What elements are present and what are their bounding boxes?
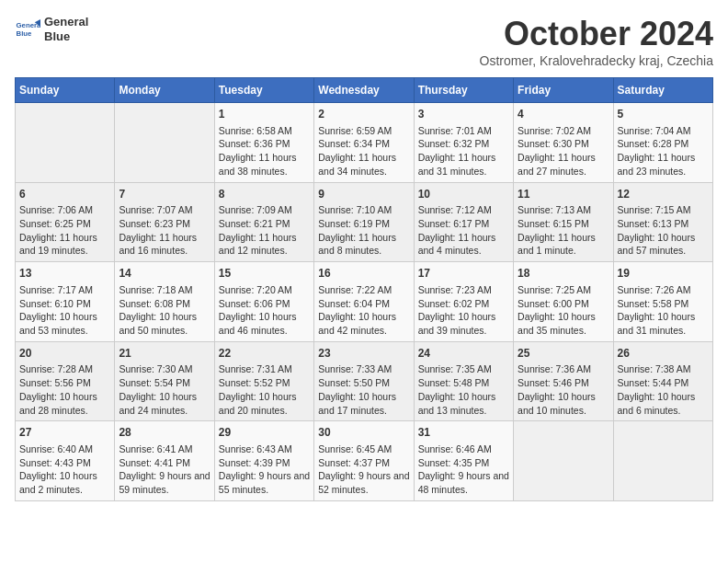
day-info-line: Daylight: 11 hours and 31 minutes. (418, 151, 509, 178)
day-info-line: Sunset: 4:41 PM (119, 456, 210, 470)
day-info-line: Sunset: 4:43 PM (19, 456, 110, 470)
day-number: 14 (119, 266, 210, 282)
day-cell: 6Sunrise: 7:06 AMSunset: 6:25 PMDaylight… (16, 182, 115, 262)
day-info-line: Sunrise: 7:30 AM (119, 362, 210, 376)
day-info-line: Daylight: 10 hours and 20 minutes. (219, 390, 310, 417)
calendar-header: SundayMondayTuesdayWednesdayThursdayFrid… (16, 78, 713, 103)
day-number: 6 (19, 187, 110, 202)
day-cell: 20Sunrise: 7:28 AMSunset: 5:56 PMDayligh… (16, 341, 115, 421)
day-info-line: Sunrise: 6:58 AM (219, 124, 310, 138)
day-cell (16, 103, 115, 183)
day-info-line: Sunset: 6:36 PM (219, 137, 310, 151)
day-cell: 8Sunrise: 7:09 AMSunset: 6:21 PMDaylight… (214, 182, 313, 262)
day-cell: 24Sunrise: 7:35 AMSunset: 5:48 PMDayligh… (414, 341, 513, 421)
day-info-line: Sunset: 6:13 PM (618, 217, 709, 231)
day-info-line: Sunset: 6:30 PM (518, 137, 609, 151)
day-info-line: Sunset: 5:48 PM (418, 376, 509, 390)
day-info-line: Sunset: 6:21 PM (219, 217, 310, 231)
day-cell (115, 103, 214, 183)
day-info-line: Sunrise: 7:20 AM (219, 283, 310, 297)
day-cell (514, 421, 613, 501)
header-cell-friday: Friday (514, 78, 613, 103)
day-info-line: Sunset: 5:50 PM (318, 376, 409, 390)
day-info-line: Sunrise: 7:04 AM (618, 124, 709, 138)
day-cell: 4Sunrise: 7:02 AMSunset: 6:30 PMDaylight… (514, 103, 613, 183)
day-cell: 31Sunrise: 6:46 AMSunset: 4:35 PMDayligh… (414, 421, 513, 501)
day-info-line: Daylight: 10 hours and 31 minutes. (618, 310, 709, 337)
title-block: October 2024 Ostromer, Kralovehradecky k… (480, 15, 713, 68)
week-row-5: 27Sunrise: 6:40 AMSunset: 4:43 PMDayligh… (16, 421, 713, 501)
day-cell (613, 421, 712, 501)
day-number: 29 (219, 425, 310, 441)
day-cell: 2Sunrise: 6:59 AMSunset: 6:34 PMDaylight… (314, 103, 414, 183)
day-info-line: Daylight: 11 hours and 34 minutes. (318, 151, 409, 178)
day-number: 31 (418, 425, 509, 441)
day-cell: 11Sunrise: 7:13 AMSunset: 6:15 PMDayligh… (514, 182, 613, 262)
day-cell: 26Sunrise: 7:38 AMSunset: 5:44 PMDayligh… (613, 341, 712, 421)
day-info-line: Daylight: 11 hours and 27 minutes. (518, 151, 609, 178)
day-info-line: Sunset: 6:19 PM (318, 217, 409, 231)
day-number: 30 (318, 425, 409, 441)
day-number: 16 (318, 266, 409, 282)
day-info-line: Sunrise: 7:07 AM (119, 203, 210, 217)
day-info-line: Daylight: 10 hours and 46 minutes. (219, 310, 310, 337)
day-info-line: Sunrise: 6:46 AM (418, 442, 509, 456)
day-info-line: Sunset: 4:39 PM (219, 456, 310, 470)
day-info-line: Sunset: 5:46 PM (518, 376, 609, 390)
day-number: 23 (318, 346, 409, 362)
day-cell: 14Sunrise: 7:18 AMSunset: 6:08 PMDayligh… (115, 262, 214, 342)
day-info-line: Sunset: 6:17 PM (418, 217, 509, 231)
week-row-3: 13Sunrise: 7:17 AMSunset: 6:10 PMDayligh… (16, 262, 713, 342)
header-cell-tuesday: Tuesday (214, 78, 313, 103)
day-cell: 7Sunrise: 7:07 AMSunset: 6:23 PMDaylight… (115, 182, 214, 262)
day-info-line: Daylight: 11 hours and 16 minutes. (119, 231, 210, 258)
day-number: 27 (19, 425, 110, 441)
day-info-line: Daylight: 10 hours and 39 minutes. (418, 310, 509, 337)
day-info-line: Sunset: 4:35 PM (418, 456, 509, 470)
day-number: 8 (219, 187, 310, 202)
day-number: 2 (318, 107, 409, 122)
day-info-line: Daylight: 10 hours and 28 minutes. (19, 390, 110, 417)
day-number: 1 (219, 107, 310, 122)
day-number: 13 (19, 266, 110, 282)
day-info-line: Sunset: 5:44 PM (618, 376, 709, 390)
day-info-line: Daylight: 10 hours and 35 minutes. (518, 310, 609, 337)
day-cell: 27Sunrise: 6:40 AMSunset: 4:43 PMDayligh… (16, 421, 115, 501)
day-info-line: Daylight: 11 hours and 4 minutes. (418, 231, 509, 258)
day-info-line: Sunrise: 6:41 AM (119, 442, 210, 456)
day-cell: 3Sunrise: 7:01 AMSunset: 6:32 PMDaylight… (414, 103, 513, 183)
day-cell: 25Sunrise: 7:36 AMSunset: 5:46 PMDayligh… (514, 341, 613, 421)
day-info-line: Sunrise: 7:31 AM (219, 362, 310, 376)
day-info-line: Sunrise: 7:12 AM (418, 203, 509, 217)
day-info-line: Sunrise: 7:23 AM (418, 283, 509, 297)
day-info-line: Daylight: 11 hours and 38 minutes. (219, 151, 310, 178)
day-number: 5 (618, 107, 709, 122)
day-info-line: Daylight: 11 hours and 8 minutes. (318, 231, 409, 258)
day-info-line: Sunrise: 7:36 AM (518, 362, 609, 376)
header-cell-monday: Monday (115, 78, 214, 103)
day-number: 15 (219, 266, 310, 282)
day-number: 9 (318, 187, 409, 202)
day-cell: 18Sunrise: 7:25 AMSunset: 6:00 PMDayligh… (514, 262, 613, 342)
day-number: 18 (518, 266, 609, 282)
day-info-line: Daylight: 10 hours and 42 minutes. (318, 310, 409, 337)
day-number: 4 (518, 107, 609, 122)
day-number: 7 (119, 187, 210, 202)
day-info-line: Sunrise: 6:59 AM (318, 124, 409, 138)
day-info-line: Sunset: 5:56 PM (19, 376, 110, 390)
day-number: 28 (119, 425, 210, 441)
day-info-line: Daylight: 10 hours and 17 minutes. (318, 390, 409, 417)
day-info-line: Daylight: 10 hours and 24 minutes. (119, 390, 210, 417)
day-number: 26 (618, 346, 709, 362)
day-info-line: Daylight: 9 hours and 52 minutes. (318, 469, 409, 496)
logo: General Blue General Blue (15, 15, 88, 43)
day-info-line: Sunrise: 6:45 AM (318, 442, 409, 456)
day-info-line: Sunset: 6:28 PM (618, 137, 709, 151)
day-info-line: Daylight: 9 hours and 55 minutes. (219, 469, 310, 496)
day-info-line: Sunset: 5:52 PM (219, 376, 310, 390)
day-info-line: Daylight: 10 hours and 53 minutes. (19, 310, 110, 337)
day-info-line: Sunset: 5:54 PM (119, 376, 210, 390)
day-info-line: Sunset: 6:04 PM (318, 297, 409, 311)
day-number: 19 (618, 266, 709, 282)
day-cell: 1Sunrise: 6:58 AMSunset: 6:36 PMDaylight… (214, 103, 313, 183)
